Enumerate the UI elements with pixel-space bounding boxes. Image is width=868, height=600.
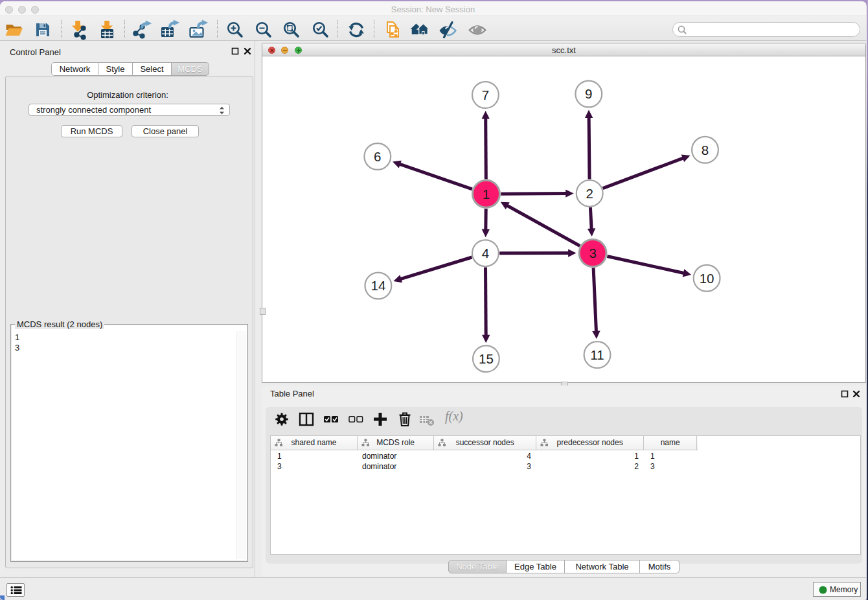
svg-text:4: 4: [482, 245, 489, 260]
svg-text:3: 3: [589, 245, 596, 260]
svg-text:11: 11: [590, 347, 604, 362]
svg-text:15: 15: [479, 351, 494, 365]
svg-text:8: 8: [702, 142, 709, 157]
svg-text:1: 1: [483, 186, 490, 201]
svg-text:7: 7: [482, 87, 489, 102]
svg-text:10: 10: [700, 270, 714, 285]
svg-text:2: 2: [586, 185, 593, 200]
svg-text:6: 6: [374, 148, 381, 163]
svg-text:9: 9: [585, 86, 592, 101]
svg-text:14: 14: [371, 278, 385, 293]
